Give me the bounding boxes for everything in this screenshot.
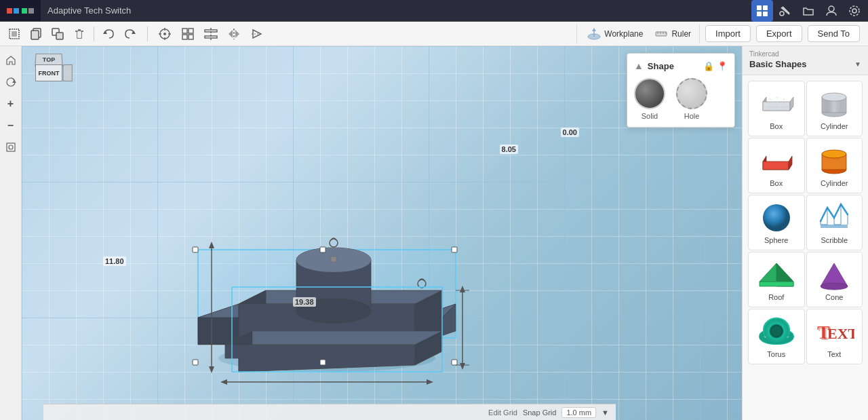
shape-card-sphere-blue[interactable]: Sphere bbox=[748, 195, 805, 250]
rotate-view-button[interactable] bbox=[2, 73, 20, 91]
align-icon bbox=[204, 27, 218, 41]
svg-marker-81 bbox=[220, 379, 227, 385]
panel-lock-button[interactable]: 🔒 bbox=[703, 61, 714, 71]
ruler-label: Ruler bbox=[671, 29, 691, 39]
shape-card-box-gray[interactable]: Box bbox=[748, 81, 805, 136]
shape-card-roof-green[interactable]: Roof bbox=[748, 252, 805, 307]
svg-rect-71 bbox=[320, 360, 326, 365]
panel-collapse-button[interactable]: ▲ bbox=[634, 60, 644, 71]
svg-marker-31 bbox=[229, 30, 233, 38]
shape-options: Solid Hole bbox=[634, 78, 728, 120]
view-cube-side[interactable] bbox=[63, 64, 73, 82]
hole-circle bbox=[676, 78, 707, 109]
fit-button[interactable] bbox=[2, 138, 20, 156]
group-button[interactable] bbox=[178, 24, 198, 44]
shape-card-text-red[interactable]: T EXT T Text bbox=[806, 309, 863, 364]
svg-point-7 bbox=[850, 6, 859, 16]
undo-button[interactable] bbox=[98, 24, 119, 44]
svg-point-4 bbox=[780, 12, 784, 16]
delete-icon bbox=[73, 28, 85, 40]
svg-point-116 bbox=[821, 283, 848, 290]
shape-card-cylinder-gray[interactable]: Cylinder bbox=[806, 81, 863, 136]
select-all-button[interactable] bbox=[4, 24, 24, 44]
hole-option[interactable]: Hole bbox=[676, 78, 707, 120]
svg-rect-44 bbox=[7, 143, 15, 151]
panel-info-button[interactable]: 📍 bbox=[717, 61, 728, 71]
settings-icon bbox=[848, 5, 861, 17]
mirror-button[interactable] bbox=[224, 24, 244, 44]
user-button[interactable] bbox=[821, 0, 842, 22]
cone-purple-preview bbox=[814, 258, 854, 292]
box-gray-label: Box bbox=[770, 122, 783, 130]
viewport-canvas[interactable]: TOP FRONT bbox=[22, 46, 742, 420]
copy-icon bbox=[30, 28, 42, 40]
shape-card-torus-teal[interactable]: Torus bbox=[748, 309, 805, 364]
shape-card-cylinder-orange[interactable]: Cylinder bbox=[806, 138, 863, 193]
svg-point-110 bbox=[763, 204, 790, 231]
grid-icon bbox=[756, 5, 768, 17]
shape-panel: ▲ Shape 🔒 📍 Solid Hole bbox=[627, 53, 735, 128]
align-button[interactable] bbox=[201, 24, 221, 44]
shape-card-box-red[interactable]: Box bbox=[748, 138, 805, 193]
redo-icon bbox=[124, 28, 136, 40]
tools-icon bbox=[779, 5, 791, 17]
workplane-button[interactable]: Workplane bbox=[584, 24, 646, 44]
zoom-in-button[interactable]: + bbox=[2, 95, 20, 113]
svg-marker-79 bbox=[209, 366, 214, 373]
logo-block-gray bbox=[28, 8, 34, 14]
svg-marker-36 bbox=[592, 28, 596, 31]
svg-marker-111 bbox=[821, 225, 848, 228]
snap-dropdown-button[interactable]: ▼ bbox=[601, 408, 609, 417]
edit-tools-group bbox=[0, 24, 144, 44]
svg-rect-65 bbox=[331, 256, 336, 262]
view-cube-top-label: TOP bbox=[43, 56, 56, 62]
ruler-button[interactable]: Ruler bbox=[651, 24, 694, 44]
folder-button[interactable] bbox=[797, 0, 819, 22]
svg-point-109 bbox=[822, 150, 846, 158]
shapes-dropdown[interactable]: Basic Shapes ▼ bbox=[749, 58, 861, 71]
cone-purple-label: Cone bbox=[825, 293, 843, 301]
home-view-button[interactable] bbox=[2, 52, 20, 69]
snap-value[interactable]: 1.0 mm bbox=[561, 407, 596, 418]
export-button[interactable]: Export bbox=[756, 25, 802, 42]
snap-icon bbox=[158, 27, 172, 41]
svg-rect-3 bbox=[763, 12, 768, 16]
svg-rect-24 bbox=[189, 28, 193, 33]
snap-grid-label: Snap Grid bbox=[523, 408, 557, 417]
svg-rect-25 bbox=[182, 35, 187, 39]
view-cube[interactable]: TOP FRONT bbox=[28, 53, 69, 94]
flip-button[interactable] bbox=[247, 24, 267, 44]
grid-view-button[interactable] bbox=[751, 0, 773, 22]
right-panel: Tinkercad Basic Shapes ▼ bbox=[742, 46, 868, 420]
redo-button[interactable] bbox=[120, 24, 140, 44]
shapes-title: Basic Shapes bbox=[749, 59, 807, 69]
solid-circle bbox=[634, 78, 665, 109]
delete-button[interactable] bbox=[69, 24, 90, 44]
select-all-icon bbox=[8, 28, 20, 40]
edit-grid-label[interactable]: Edit Grid bbox=[488, 408, 517, 417]
svg-text:T: T bbox=[818, 323, 831, 344]
z-dimension: 0.00 bbox=[561, 128, 579, 137]
svg-rect-13 bbox=[56, 33, 63, 39]
zoom-out-button[interactable]: − bbox=[2, 117, 20, 134]
solid-option[interactable]: Solid bbox=[634, 78, 665, 120]
snap-toggle-button[interactable] bbox=[155, 24, 175, 44]
shape-panel-header: ▲ Shape 🔒 📍 bbox=[634, 60, 728, 71]
copy-button[interactable] bbox=[26, 24, 46, 44]
panel-icons: 🔒 📍 bbox=[703, 61, 728, 71]
sendto-button[interactable]: Send To bbox=[808, 25, 860, 42]
shape-card-scribble[interactable]: Scribble bbox=[806, 195, 863, 250]
duplicate-button[interactable] bbox=[47, 24, 68, 44]
view-cube-front[interactable]: FRONT bbox=[35, 64, 62, 81]
svg-marker-59 bbox=[225, 345, 415, 358]
undo-icon bbox=[102, 28, 115, 40]
shape-card-cone-purple[interactable]: Cone bbox=[806, 252, 863, 307]
rotate-icon bbox=[5, 77, 16, 88]
cylinder-orange-preview bbox=[814, 144, 854, 178]
left-sidebar: + − bbox=[0, 46, 22, 420]
tools-button[interactable] bbox=[774, 0, 796, 22]
separator-2 bbox=[147, 26, 148, 41]
import-button[interactable]: Import bbox=[705, 25, 751, 42]
settings-button[interactable] bbox=[844, 0, 865, 22]
cylinder-gray-label: Cylinder bbox=[821, 122, 848, 130]
